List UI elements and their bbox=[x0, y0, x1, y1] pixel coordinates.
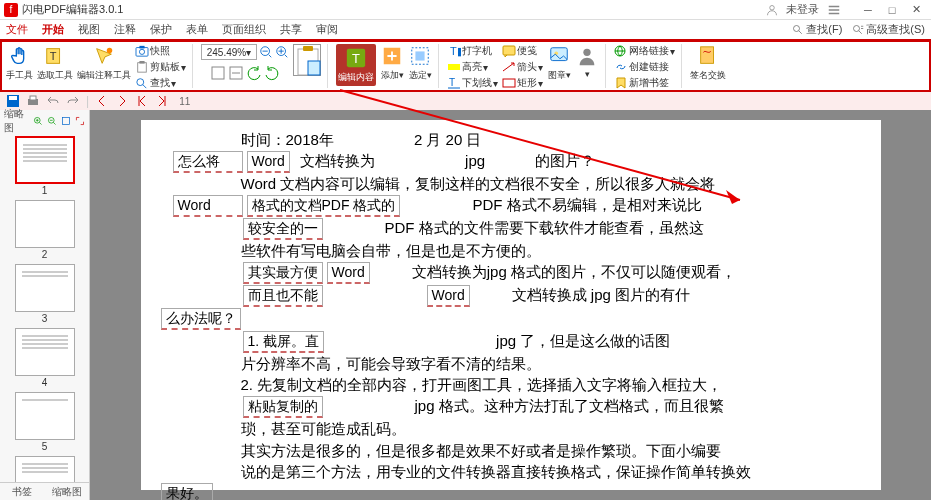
save-icon[interactable] bbox=[6, 94, 20, 108]
user-icon bbox=[766, 4, 778, 16]
stamp-button[interactable]: 图章▾ bbox=[547, 44, 571, 82]
menu-tab-forms[interactable]: 表单 bbox=[186, 22, 208, 37]
menu-tab-review[interactable]: 审阅 bbox=[316, 22, 338, 37]
svg-rect-37 bbox=[30, 96, 36, 100]
svg-rect-23 bbox=[415, 51, 424, 60]
svg-rect-29 bbox=[551, 48, 568, 61]
thumb-page-2[interactable] bbox=[15, 200, 75, 248]
quick-access-bar: | 11 bbox=[0, 92, 931, 110]
undo-icon[interactable] bbox=[46, 94, 60, 108]
last-page-icon[interactable] bbox=[155, 94, 169, 108]
svg-point-0 bbox=[770, 5, 775, 10]
note-button[interactable]: 便笺 bbox=[502, 44, 543, 58]
redo-icon[interactable] bbox=[66, 94, 80, 108]
arrow-button[interactable]: 箭头▾ bbox=[502, 60, 543, 74]
camera-icon bbox=[135, 45, 149, 57]
doc-tab[interactable]: 11 bbox=[179, 96, 190, 107]
zoom-in-thumb-icon[interactable] bbox=[33, 114, 43, 128]
select-button[interactable]: 选定▾ bbox=[408, 44, 432, 82]
menu-tab-share[interactable]: 共享 bbox=[280, 22, 302, 37]
zoom-out-icon[interactable] bbox=[259, 45, 273, 59]
rotate-right-icon[interactable] bbox=[264, 65, 280, 81]
close-button[interactable]: ✕ bbox=[905, 2, 927, 18]
sidebar-tab-thumbs[interactable]: 缩略图 bbox=[45, 483, 90, 500]
svg-text:T▮: T▮ bbox=[450, 45, 461, 57]
menu-tab-view[interactable]: 视图 bbox=[78, 22, 100, 37]
select-tool[interactable]: T 选取工具 bbox=[37, 44, 73, 82]
page-canvas[interactable]: 时间：2018年2 月 20 日 怎么将Word 文档转换为jpg的图片？ Wo… bbox=[90, 110, 931, 500]
bookmark-button[interactable]: 新增书签 bbox=[614, 76, 675, 90]
sign-button[interactable]: 签名交换 bbox=[690, 44, 726, 82]
document-page[interactable]: 时间：2018年2 月 20 日 怎么将Word 文档转换为jpg的图片？ Wo… bbox=[141, 120, 881, 490]
svg-rect-33 bbox=[701, 47, 714, 64]
ribbon-toolbar: 手工具 T 选取工具 编辑注释工具 快照 剪贴板▾ 查找▾ 245.49%▾ bbox=[0, 40, 931, 92]
bookmark-icon bbox=[614, 77, 628, 89]
svg-point-11 bbox=[137, 79, 144, 86]
web-link-button[interactable]: 网络链接▾ bbox=[614, 44, 675, 58]
clipboard-button[interactable]: 剪贴板▾ bbox=[135, 60, 186, 74]
next-page-icon[interactable] bbox=[115, 94, 129, 108]
annotate-tool[interactable]: 编辑注释工具 bbox=[77, 44, 131, 82]
thumb-expand-icon[interactable] bbox=[75, 114, 85, 128]
text-select-icon: T bbox=[44, 45, 66, 67]
thumb-page-6[interactable] bbox=[15, 456, 75, 482]
menu-tab-pages[interactable]: 页面组织 bbox=[222, 22, 266, 37]
select-all-icon bbox=[409, 45, 431, 67]
menu-tab-protect[interactable]: 保护 bbox=[150, 22, 172, 37]
minimize-button[interactable]: ─ bbox=[857, 2, 879, 18]
clipboard-large[interactable] bbox=[293, 44, 321, 76]
person-icon bbox=[576, 45, 598, 67]
highlight-button[interactable]: 高亮▾ bbox=[447, 60, 498, 74]
find-ribbon-button[interactable]: 查找▾ bbox=[135, 76, 186, 90]
svg-rect-40 bbox=[63, 117, 70, 124]
login-status[interactable]: 未登录 bbox=[786, 2, 819, 17]
menu-tab-start[interactable]: 开始 bbox=[42, 22, 64, 37]
svg-rect-35 bbox=[9, 96, 17, 100]
svg-rect-8 bbox=[139, 46, 144, 49]
svg-rect-25 bbox=[448, 64, 460, 70]
menu-tab-file[interactable]: 文件 bbox=[6, 22, 28, 37]
zoom-combo[interactable]: 245.49%▾ bbox=[201, 44, 257, 60]
advanced-find-button[interactable]: 高级查找(S) bbox=[852, 22, 925, 37]
zoom-in-icon[interactable] bbox=[275, 45, 289, 59]
thumbnail-sidebar: 缩略图 1 2 3 4 5 6 书签 缩略图 bbox=[0, 110, 90, 500]
svg-point-1 bbox=[794, 25, 800, 31]
thumb-page-4[interactable] bbox=[15, 328, 75, 376]
user-button[interactable]: ▾ bbox=[575, 44, 599, 79]
menu-lines-icon[interactable] bbox=[827, 3, 841, 17]
ribbon-group-sign: 签名交换 bbox=[690, 44, 732, 88]
sidebar-tab-bookmarks[interactable]: 书签 bbox=[0, 483, 45, 500]
svg-text:T: T bbox=[352, 51, 360, 66]
add-button[interactable]: 添加▾ bbox=[380, 44, 404, 82]
snapshot-button[interactable]: 快照 bbox=[135, 44, 186, 58]
prev-page-icon[interactable] bbox=[95, 94, 109, 108]
thumb-page-1[interactable] bbox=[15, 136, 75, 184]
highlight-icon bbox=[447, 61, 461, 73]
create-link-button[interactable]: 创建链接 bbox=[614, 60, 675, 74]
ribbon-group-zoom: 245.49%▾ bbox=[201, 44, 328, 88]
svg-point-31 bbox=[583, 49, 590, 56]
first-page-icon[interactable] bbox=[135, 94, 149, 108]
svg-point-5 bbox=[107, 48, 113, 54]
rect-icon bbox=[502, 77, 516, 89]
thumb-page-5[interactable] bbox=[15, 392, 75, 440]
print-icon[interactable] bbox=[26, 94, 40, 108]
edit-content-button[interactable]: T 编辑内容 bbox=[336, 44, 376, 86]
rect-button[interactable]: 矩形▾ bbox=[502, 76, 543, 90]
fit-page-icon[interactable] bbox=[210, 65, 226, 81]
menu-tab-annotate[interactable]: 注释 bbox=[114, 22, 136, 37]
find-button[interactable]: 查找(F) bbox=[792, 22, 842, 37]
ribbon-group-edit: T 编辑内容 添加▾ 选定▾ bbox=[336, 44, 439, 88]
thumb-page-3[interactable] bbox=[15, 264, 75, 312]
rotate-left-icon[interactable] bbox=[246, 65, 262, 81]
underline-button[interactable]: T下划线▾ bbox=[447, 76, 498, 90]
hand-tool[interactable]: 手工具 bbox=[6, 44, 33, 82]
svg-point-2 bbox=[854, 25, 860, 31]
fit-width-icon[interactable] bbox=[228, 65, 244, 81]
thumb-options-icon[interactable] bbox=[61, 114, 71, 128]
app-title: 闪电PDF编辑器3.0.1 bbox=[22, 2, 123, 17]
maximize-button[interactable]: □ bbox=[881, 2, 903, 18]
svg-rect-28 bbox=[503, 79, 515, 87]
typewriter-button[interactable]: T▮打字机 bbox=[447, 44, 498, 58]
zoom-out-thumb-icon[interactable] bbox=[47, 114, 57, 128]
